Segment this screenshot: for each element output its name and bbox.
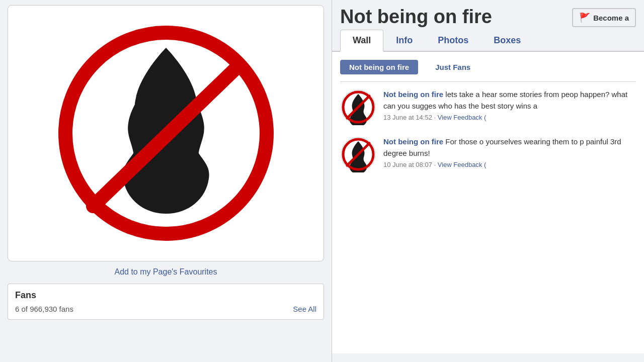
post-text-1: Not being on fire lets take a hear some …	[383, 89, 636, 112]
post-avatar-1	[340, 89, 376, 125]
wall-content: Not being on fire Just Fans Not being on…	[332, 52, 644, 353]
tab-wall[interactable]: Wall	[340, 30, 383, 52]
no-fire-image	[50, 18, 282, 249]
fans-title: Fans	[15, 290, 316, 301]
post-author-1[interactable]: Not being on fire	[383, 90, 443, 99]
view-feedback-link-2[interactable]: View Feedback (	[438, 161, 487, 168]
tab-info[interactable]: Info	[383, 30, 425, 52]
fans-section: Fans 6 of 966,930 fans See All	[8, 284, 324, 320]
right-panel: Not being on fire 🚩 Become a Wall Info P…	[332, 0, 644, 362]
sub-tab-page[interactable]: Not being on fire	[340, 60, 418, 74]
profile-image-container	[8, 5, 324, 261]
sub-tab-fans[interactable]: Just Fans	[426, 60, 479, 74]
become-fan-label: Become a	[593, 14, 629, 22]
tab-boxes[interactable]: Boxes	[481, 30, 533, 52]
flag-icon: 🚩	[579, 12, 590, 23]
view-feedback-link-1[interactable]: View Feedback (	[438, 114, 487, 121]
fans-count: 6 of 966,930 fans	[15, 305, 73, 313]
post-text-2: Not being on fire For those o yourselves…	[383, 136, 636, 159]
post-item-2: Not being on fire For those o yourselves…	[340, 136, 636, 172]
post-separator-1: ·	[434, 114, 437, 121]
divider	[340, 81, 636, 82]
post-meta-2: 10 June at 08:07 · View Feedback (	[383, 161, 636, 168]
fans-count-row: 6 of 966,930 fans See All	[15, 305, 316, 313]
tabs-row: Wall Info Photos Boxes	[332, 30, 644, 52]
post-body-1: Not being on fire lets take a hear some …	[383, 89, 636, 121]
see-all-link[interactable]: See All	[293, 305, 316, 313]
tab-photos[interactable]: Photos	[425, 30, 481, 52]
add-favourites-link[interactable]: Add to my Page's Favourites	[8, 267, 324, 277]
post-body-2: Not being on fire For those o yourselves…	[383, 136, 636, 168]
page-header: Not being on fire 🚩 Become a	[332, 0, 644, 28]
become-fan-button[interactable]: 🚩 Become a	[572, 8, 636, 27]
page-title: Not being on fire	[340, 4, 492, 28]
post-separator-2: ·	[434, 161, 437, 168]
left-panel: Add to my Page's Favourites Fans 6 of 96…	[0, 0, 332, 362]
post-time-1: 13 June at 14:52	[383, 114, 432, 121]
sub-tabs-row: Not being on fire Just Fans	[340, 58, 636, 74]
post-item: Not being on fire lets take a hear some …	[340, 89, 636, 125]
post-meta-1: 13 June at 14:52 · View Feedback (	[383, 114, 636, 121]
post-author-2[interactable]: Not being on fire	[383, 137, 443, 146]
post-time-2: 10 June at 08:07	[383, 161, 432, 168]
post-avatar-2	[340, 136, 376, 172]
